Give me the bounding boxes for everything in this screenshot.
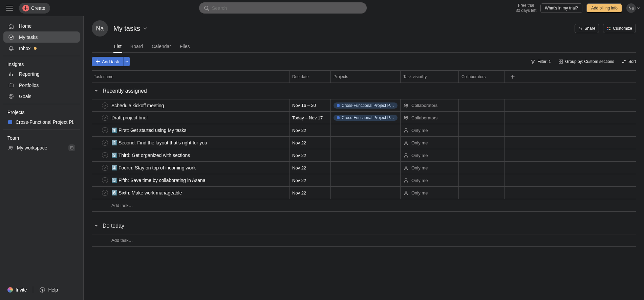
svg-point-27 [405, 191, 407, 193]
tab-board[interactable]: Board [130, 41, 144, 53]
section-title[interactable]: Recently assigned [103, 88, 147, 94]
task-due[interactable]: Nov 22 [292, 190, 306, 195]
group-button[interactable]: Group by: Custom sections [558, 59, 614, 64]
add-task-inline[interactable]: Add task… [92, 199, 636, 212]
task-complete-checkbox[interactable] [102, 190, 108, 196]
task-due[interactable]: Nov 22 [292, 128, 306, 133]
task-name[interactable]: Schedule kickoff meeting [111, 103, 164, 108]
column-header-collaborators[interactable]: Collaborators [459, 71, 505, 83]
visibility-label: Collaborators [411, 115, 437, 120]
section-collapse-toggle[interactable] [92, 87, 100, 95]
table-row[interactable]: 3️⃣ Third: Get organized with sectionsNo… [92, 149, 636, 162]
chart-icon [8, 71, 14, 77]
tab-files[interactable]: Files [179, 41, 191, 53]
task-complete-checkbox[interactable] [102, 115, 108, 121]
sidebar-section-team[interactable]: Team [0, 132, 83, 142]
check-icon [103, 104, 107, 107]
table-row[interactable]: 4️⃣ Fourth: Stay on top of incoming work… [92, 162, 636, 174]
sort-button[interactable]: Sort [622, 59, 636, 64]
sidebar-item-home[interactable]: Home [3, 20, 80, 31]
svg-point-25 [405, 166, 407, 168]
create-button[interactable]: Create [19, 3, 50, 14]
project-color-icon [337, 104, 340, 107]
task-name[interactable]: 5️⃣ Fifth: Save time by collaborating in… [111, 178, 206, 183]
divider [3, 130, 80, 130]
task-name[interactable]: 2️⃣ Second: Find the layout that's right… [111, 140, 207, 145]
filter-label: Filter: 1 [537, 59, 551, 64]
sidebar-section-insights[interactable]: Insights [0, 58, 83, 68]
sidebar-item-workspace[interactable]: My workspace [3, 142, 80, 153]
task-complete-checkbox[interactable] [102, 102, 108, 109]
sidebar-section-projects[interactable]: Projects [0, 106, 83, 116]
trial-info: Free trial 30 days left [516, 3, 536, 13]
whats-in-trial-button[interactable]: What's in my trial? [540, 3, 582, 13]
task-name[interactable]: 3️⃣ Third: Get organized with sections [111, 153, 190, 158]
visibility-label: Only me [411, 165, 428, 170]
project-pill[interactable]: Cross-Functional Project Pl… [334, 102, 398, 109]
add-billing-button[interactable]: Add billing info [586, 3, 622, 13]
invite-button[interactable]: Invite [7, 287, 27, 293]
sidebar-item-inbox[interactable]: Inbox [3, 43, 80, 54]
table-row[interactable]: 5️⃣ Fifth: Save time by collaborating in… [92, 174, 636, 187]
task-due[interactable]: Nov 22 [292, 165, 306, 170]
table-row[interactable]: 6️⃣ Sixth: Make work manageableNov 22Onl… [92, 187, 636, 199]
sidebar-item-my-tasks[interactable]: My tasks [3, 31, 80, 43]
task-due[interactable]: Nov 16 – 20 [292, 103, 316, 108]
section-collapse-toggle[interactable] [92, 222, 100, 230]
group-icon [558, 59, 563, 64]
share-button[interactable]: Share [575, 24, 599, 33]
workspace-expand-icon[interactable] [68, 144, 75, 151]
user-menu[interactable]: Na [626, 3, 640, 13]
customize-button[interactable]: Customize [603, 24, 636, 33]
tab-calendar[interactable]: Calendar [151, 41, 172, 53]
sidebar-project-item[interactable]: Cross-Functional Project Pl… [3, 116, 80, 128]
svg-point-19 [406, 104, 408, 106]
task-complete-checkbox[interactable] [102, 152, 108, 158]
task-name[interactable]: 6️⃣ Sixth: Make work manageable [111, 190, 182, 195]
column-header-visibility[interactable]: Task visibility [401, 71, 459, 83]
sidebar-toggle[interactable] [4, 3, 15, 14]
task-complete-checkbox[interactable] [102, 165, 108, 171]
sidebar-item-goals[interactable]: Goals [3, 91, 80, 102]
task-complete-checkbox[interactable] [102, 177, 108, 183]
task-name[interactable]: 4️⃣ Fourth: Stay on top of incoming work [111, 165, 196, 170]
search-box[interactable] [199, 2, 367, 14]
task-due[interactable]: Nov 22 [292, 153, 306, 158]
sidebar-item-portfolios[interactable]: Portfolios [3, 79, 80, 91]
filter-icon [531, 59, 535, 64]
sidebar-item-reporting[interactable]: Reporting [3, 68, 80, 79]
add-task-inline[interactable]: Add task… [92, 234, 636, 247]
table-row[interactable]: 1️⃣ First: Get started using My tasksNov… [92, 124, 636, 137]
add-column-button[interactable] [505, 71, 521, 83]
divider [3, 104, 80, 104]
project-color-icon [8, 120, 12, 124]
tab-list[interactable]: List [113, 41, 122, 53]
people-icon [403, 103, 409, 108]
section-title[interactable]: Do today [103, 223, 124, 229]
project-pill[interactable]: Cross-Functional Project Pl… [334, 115, 398, 121]
task-name[interactable]: 1️⃣ First: Get started using My tasks [111, 128, 187, 133]
svg-rect-12 [607, 29, 608, 30]
add-task-button[interactable]: Add task [92, 57, 123, 66]
filter-button[interactable]: Filter: 1 [531, 59, 551, 64]
visibility-label: Only me [411, 153, 428, 158]
column-header-name[interactable]: Task name [92, 71, 289, 83]
column-header-due[interactable]: Due date [289, 71, 331, 83]
task-complete-checkbox[interactable] [102, 127, 108, 133]
search-input[interactable] [212, 5, 362, 11]
task-due[interactable]: Nov 22 [292, 178, 306, 183]
task-due[interactable]: Today – Nov 17 [292, 115, 323, 120]
title-dropdown-icon[interactable] [143, 26, 148, 31]
table-row[interactable]: Schedule kickoff meetingNov 16 – 20Cross… [92, 99, 636, 112]
task-name[interactable]: Draft project brief [111, 115, 148, 120]
task-due[interactable]: Nov 22 [292, 140, 306, 145]
table-row[interactable]: 2️⃣ Second: Find the layout that's right… [92, 137, 636, 149]
add-task-dropdown[interactable] [123, 57, 130, 66]
help-button[interactable]: Help [39, 287, 58, 293]
task-complete-checkbox[interactable] [102, 140, 108, 146]
svg-point-21 [406, 116, 408, 118]
table-row[interactable]: Draft project briefToday – Nov 17Cross-F… [92, 112, 636, 124]
invite-label: Invite [16, 287, 27, 293]
svg-point-24 [405, 154, 407, 156]
column-header-projects[interactable]: Projects [331, 71, 401, 83]
